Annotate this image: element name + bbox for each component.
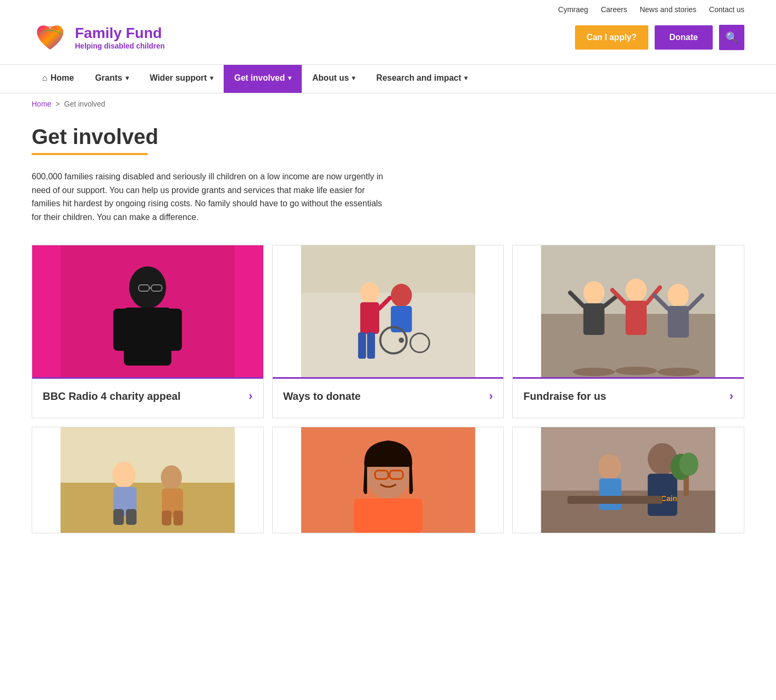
svg-rect-17 <box>360 302 379 334</box>
wider-support-chevron: ▾ <box>210 74 213 82</box>
svg-rect-40 <box>61 480 235 533</box>
breadcrumb: Home > Get involved <box>0 93 776 114</box>
nav-about-us[interactable]: About us ▾ <box>302 65 366 93</box>
svg-point-15 <box>398 338 404 343</box>
page-title: Get involved <box>32 125 744 149</box>
svg-rect-55 <box>353 498 422 533</box>
can-apply-button[interactable]: Can I apply? <box>575 25 648 50</box>
svg-point-37 <box>615 367 657 375</box>
card-woman-image <box>273 427 504 533</box>
card-kids-outdoors-image <box>32 427 263 533</box>
svg-rect-3 <box>113 309 129 351</box>
search-button[interactable]: 🔍 <box>719 25 744 50</box>
header-actions: Can I apply? Donate 🔍 <box>575 25 744 50</box>
svg-point-42 <box>112 462 136 488</box>
page-content: Get involved 600,000 families raising di… <box>0 114 776 554</box>
svg-rect-19 <box>367 332 375 359</box>
svg-rect-29 <box>626 301 647 335</box>
card-kids-outdoors[interactable] <box>32 427 264 533</box>
card-ways-to-donate-image <box>273 245 504 377</box>
cards-grid-row2: McCain <box>32 427 744 533</box>
svg-rect-18 <box>358 332 366 359</box>
svg-rect-47 <box>126 509 137 525</box>
card-fundraise-arrow: › <box>730 389 733 403</box>
svg-point-67 <box>679 453 698 476</box>
home-icon: ⌂ <box>42 73 47 83</box>
card-mccain-image: McCain <box>513 427 744 533</box>
svg-rect-12 <box>390 306 411 332</box>
svg-point-38 <box>657 368 700 376</box>
svg-point-1 <box>129 266 166 309</box>
header: Family Fund Helping disabled children Ca… <box>0 19 776 64</box>
svg-rect-64 <box>568 496 663 504</box>
svg-rect-10 <box>301 245 475 293</box>
card-fundraise-image <box>513 245 744 377</box>
svg-point-24 <box>583 281 605 304</box>
logo-icon <box>32 19 69 56</box>
research-impact-chevron: ▾ <box>464 74 467 82</box>
title-underline <box>32 153 148 155</box>
svg-rect-33 <box>668 306 689 338</box>
card-woman[interactable] <box>272 427 504 533</box>
svg-point-28 <box>626 279 647 302</box>
svg-rect-41 <box>61 427 235 483</box>
svg-rect-63 <box>599 478 621 510</box>
svg-point-32 <box>668 284 689 307</box>
svg-point-62 <box>598 454 621 480</box>
main-nav: ⌂ Home Grants ▾ Wider support ▾ Get invo… <box>0 64 776 93</box>
nav-research-impact[interactable]: Research and impact ▾ <box>366 65 478 93</box>
nav-news-stories[interactable]: News and stories <box>640 5 696 14</box>
breadcrumb-separator: > <box>55 100 60 108</box>
about-us-chevron: ▾ <box>352 74 355 82</box>
cards-grid-row1: BBC Radio 4 charity appeal › <box>32 245 744 418</box>
nav-wider-support[interactable]: Wider support ▾ <box>139 65 224 93</box>
card-fundraise-body: Fundraise for us › <box>513 377 744 418</box>
card-bbc-radio-image <box>32 245 263 377</box>
site-title: Family Fund <box>75 25 165 42</box>
svg-rect-25 <box>583 303 605 335</box>
svg-rect-48 <box>162 511 171 525</box>
svg-point-11 <box>390 284 411 307</box>
card-ways-to-donate-title: Ways to donate <box>283 389 361 403</box>
logo-area: Family Fund Helping disabled children <box>32 19 165 56</box>
card-fundraise-title: Fundraise for us <box>523 389 606 403</box>
top-bar: Cymraeg Careers News and stories Contact… <box>0 0 776 19</box>
get-involved-chevron: ▾ <box>288 74 291 82</box>
nav-get-involved[interactable]: Get involved ▾ <box>224 65 302 93</box>
card-bbc-radio-arrow: › <box>248 389 252 403</box>
nav-careers[interactable]: Careers <box>601 5 627 14</box>
card-ways-to-donate[interactable]: Ways to donate › <box>272 245 504 418</box>
svg-point-44 <box>161 465 182 490</box>
card-ways-to-donate-body: Ways to donate › <box>273 377 504 418</box>
grants-chevron: ▾ <box>126 74 129 82</box>
card-bbc-radio[interactable]: BBC Radio 4 charity appeal › <box>32 245 264 418</box>
card-bbc-radio-title: BBC Radio 4 charity appeal <box>43 389 180 403</box>
nav-contact[interactable]: Contact us <box>709 5 744 14</box>
breadcrumb-current: Get involved <box>64 100 106 108</box>
svg-point-16 <box>360 282 379 303</box>
svg-point-36 <box>573 368 615 376</box>
svg-rect-4 <box>166 309 182 351</box>
breadcrumb-home[interactable]: Home <box>32 100 51 108</box>
card-bbc-radio-body: BBC Radio 4 charity appeal › <box>32 377 263 418</box>
svg-rect-49 <box>174 511 183 525</box>
nav-cymraeg[interactable]: Cymraeg <box>558 5 588 14</box>
nav-home[interactable]: ⌂ Home <box>32 65 84 93</box>
card-ways-to-donate-arrow: › <box>489 389 493 403</box>
donate-button[interactable]: Donate <box>655 25 713 50</box>
card-mccain[interactable]: McCain <box>512 427 744 533</box>
svg-rect-46 <box>113 509 124 525</box>
site-subtitle: Helping disabled children <box>75 42 165 50</box>
search-icon: 🔍 <box>725 31 739 44</box>
card-fundraise[interactable]: Fundraise for us › <box>512 245 744 418</box>
page-description: 600,000 families raising disabled and se… <box>32 170 390 224</box>
nav-grants[interactable]: Grants ▾ <box>84 65 139 93</box>
svg-rect-2 <box>124 308 171 366</box>
logo-text: Family Fund Helping disabled children <box>75 25 165 50</box>
